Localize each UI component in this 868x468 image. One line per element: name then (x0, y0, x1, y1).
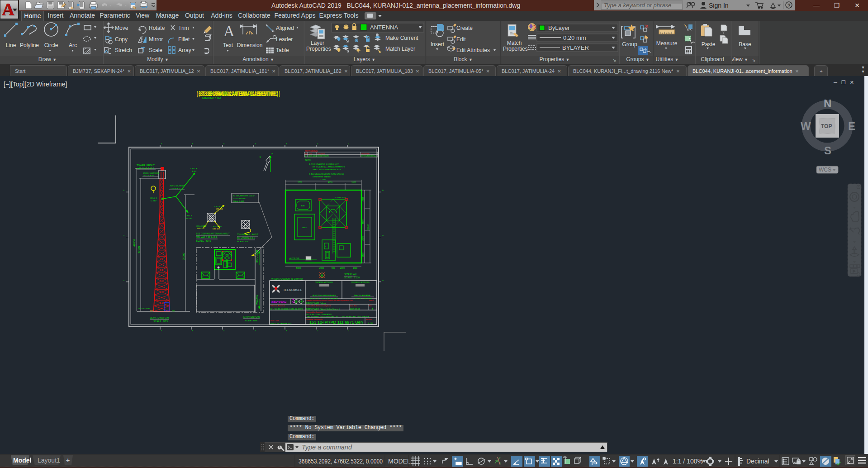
svg-text:Norm-1: Norm-1 (369, 300, 374, 301)
svg-text:REVISIONS: REVISIONS (305, 150, 318, 152)
svg-text:Type a keyword or phrase: Type a keyword or phrase (604, 2, 671, 9)
svg-text:BATU LICIN: BATU LICIN (256, 250, 258, 263)
svg-text:TELKOMSEL GSM 900 PROJECT, KA: TELKOMSEL GSM 900 PROJECT, KALIMANTAN, I… (307, 315, 369, 318)
svg-text:12000: 12000 (367, 224, 370, 230)
svg-text:42000: 42000 (133, 239, 136, 247)
svg-text:E: E (848, 120, 855, 132)
svg-text:Responsible: Responsible (361, 153, 370, 155)
svg-text:5000: 5000 (296, 267, 301, 269)
svg-text:3: 3 (286, 143, 287, 145)
svg-text:0.20 mm: 0.20 mm (563, 34, 586, 41)
svg-text:CELL A: CELL A (190, 167, 197, 170)
svg-text:DIR: 102: DIR: 102 (216, 208, 223, 210)
svg-text:D: D (123, 189, 124, 191)
svg-text:4: 4 (255, 143, 256, 145)
svg-text:4650: 4650 (328, 181, 333, 184)
svg-text:TANJUNG: TANJUNG (256, 295, 258, 306)
svg-text:TOWER 42 M: TOWER 42 M (335, 196, 346, 199)
svg-text:VIEW A TOWER 42 M: VIEW A TOWER 42 M (150, 316, 169, 319)
svg-text:2000: 2000 (319, 267, 324, 269)
svg-text:Date: Date (309, 153, 312, 155)
svg-text:6: 6 (192, 143, 194, 145)
svg-text:500: 500 (332, 267, 335, 269)
svg-text:N: N (824, 97, 831, 110)
svg-text:12000: 12000 (320, 178, 326, 181)
svg-text:Date - Rev: Date - Rev (350, 305, 357, 307)
svg-text:2009-03-04: 2009-03-04 (350, 308, 360, 310)
svg-text:D:\. \07-BLC044\BLC044-12.DWG: D:\. \07-BLC044\BLC044-12.DWG (270, 308, 303, 310)
svg-text:Schedule/Beb - Beb/responsib: Schedule/Beb - Beb/responsibility/board (306, 305, 331, 307)
svg-text:35000: 35000 (182, 253, 185, 260)
svg-text:1. THE DRAWING SHOULD NOT: 1. THE DRAWING SHOULD NOT (309, 163, 339, 165)
svg-text:Rev: Rev (305, 153, 308, 155)
svg-text:SCALE : NTS: SCALE : NTS (196, 239, 212, 242)
svg-text:A: A (321, 274, 323, 277)
svg-text:PREPARED / APPROVED: PREPARED / APPROVED (351, 282, 370, 283)
svg-text:Sign In: Sign In (709, 2, 729, 9)
svg-text:A: A (223, 23, 235, 39)
svg-text:Ref/Sheet: Ref/Sheet (366, 319, 372, 320)
svg-text:5756: 5756 (298, 181, 303, 184)
svg-text:TOP: TOP (821, 123, 832, 129)
svg-text:GROUND LEVEL: GROUND LEVEL (138, 307, 151, 310)
svg-text:1: 1 (348, 330, 350, 332)
svg-text:CELL C: CELL C (150, 197, 157, 199)
svg-text:SCALE : 1:200: SCALE : 1:200 (344, 277, 360, 279)
svg-text:W: W (801, 120, 811, 132)
svg-text:+: + (66, 457, 70, 464)
svg-text:S: S (824, 144, 831, 157)
svg-text:7: 7 (161, 330, 162, 332)
svg-text:ByLayer: ByLayer (548, 24, 570, 31)
svg-text:?: ? (787, 3, 791, 8)
svg-text:PLOT - SIZE: PLOT - SIZE (270, 320, 279, 322)
svg-text:Model: Model (13, 457, 31, 464)
svg-text:ALTPD PLN: ALTPD PLN (289, 257, 299, 259)
svg-text:A: A (305, 155, 307, 157)
svg-text:B 190°: B 190° (186, 217, 192, 220)
svg-text:SCALE : NTS: SCALE : NTS (245, 320, 257, 322)
svg-text:SITE PLAN: SITE PLAN (344, 273, 356, 276)
svg-text:EIB/DPWEX ( Andi Sofia Ibana ): EIB/DPWEX ( Andi Sofia Ibana ) (306, 308, 340, 310)
svg-text:+42.0 M A.G.L: +42.0 M A.G.L (137, 167, 155, 170)
svg-text:Compiled files references revi: Compiled files references revised - Prep… (306, 300, 353, 301)
svg-text:BYLAYER: BYLAYER (562, 44, 589, 51)
svg-text:2000: 2000 (340, 267, 345, 269)
svg-text:7: 7 (161, 143, 162, 145)
svg-text:1 ( 1): 1 ( 1) (368, 322, 373, 324)
svg-text:SCALE: NTs: SCALE: NTs (237, 240, 249, 243)
svg-text:RE REVISION: RE REVISION (318, 155, 329, 157)
svg-text:PLOT SCALE A 200: PLOT SCALE A 200 (270, 322, 292, 325)
svg-text:BAK: BAK (301, 205, 305, 207)
svg-text:DIR: 192: DIR: 192 (197, 227, 205, 229)
svg-text:2: 2 (317, 330, 318, 332)
svg-text:Type a command: Type a command (302, 444, 352, 451)
svg-text:A: A (372, 308, 373, 310)
svg-text:D: D (382, 189, 384, 191)
svg-text:6: 6 (192, 330, 194, 332)
svg-text:2650: 2650 (351, 181, 356, 184)
svg-text:NOTE:: NOTE: (305, 159, 311, 161)
svg-text:BTS SDH 900 ANTENNA: BTS SDH 900 ANTENNA (143, 172, 160, 174)
svg-text:2009-03-04: 2009-03-04 (308, 155, 317, 157)
svg-text:+35.0 M A.G.L.: +35.0 M A.G.L. (233, 197, 247, 200)
svg-text:2500: 2500 (362, 252, 364, 257)
svg-text:N: N (260, 156, 261, 158)
svg-text:5: 5 (223, 143, 225, 145)
svg-text:+15.0 M A.G.L.: +15.0 M A.G.L. (170, 187, 182, 190)
svg-text:BE SCALED ALL MEASUREMENTS: BE SCALED ALL MEASUREMENTS (313, 166, 345, 168)
svg-text:C 240°: C 240° (151, 200, 157, 202)
svg-text:( BTS GE KURANJI-012 ANTENNA P: ( BTS GE KURANJI-012 ANTENNA PLACEMENT I… (199, 90, 280, 97)
svg-text:1:1 / 100%: 1:1 / 100% (673, 458, 703, 465)
svg-text:i: i (325, 245, 326, 248)
svg-text:UP: UP (271, 153, 274, 155)
svg-text:+40.0 M A.G.L.: +40.0 M A.G.L. (143, 175, 155, 177)
svg-text:7d GE_HEIGHT,100.0°: 7d GE_HEIGHT,100.0° (233, 195, 255, 197)
svg-text:1: 1 (348, 143, 350, 145)
svg-text:1500: 1500 (362, 236, 364, 241)
svg-text:Layout1: Layout1 (38, 457, 60, 464)
svg-text:TOWER HEIGHT: TOWER HEIGHT (137, 164, 155, 167)
svg-text:Description: Description (318, 153, 325, 155)
svg-text:ERICSSON: ERICSSON (271, 301, 286, 304)
svg-text:A 60°: A 60° (192, 170, 197, 172)
svg-text:1700: 1700 (353, 267, 358, 269)
